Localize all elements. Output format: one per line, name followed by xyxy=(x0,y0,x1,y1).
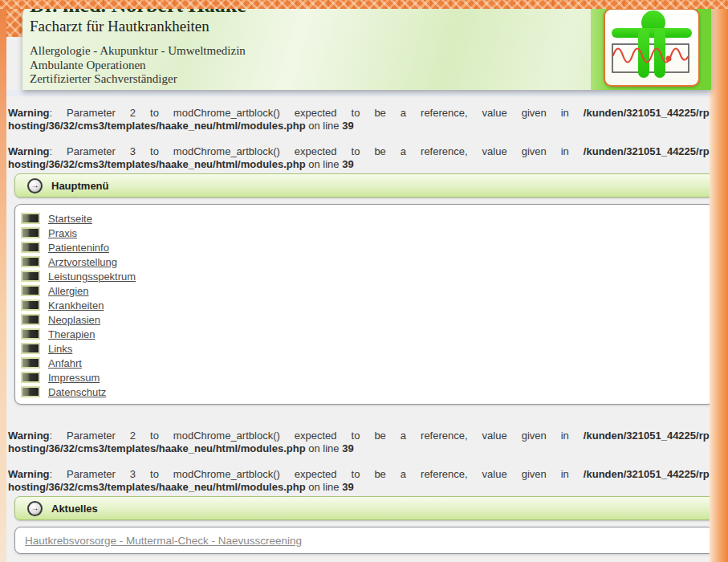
logo-panel xyxy=(591,5,711,90)
menu-item: Datenschutz xyxy=(21,385,714,399)
menu-bullet-icon xyxy=(21,328,40,340)
menu-bullet-icon xyxy=(21,256,40,267)
menu-link-impressum[interactable]: Impressum xyxy=(48,372,100,384)
menu-item: Leistungsspektrum xyxy=(21,269,714,283)
header-shadow-strip xyxy=(6,90,710,96)
menu-link-krankheiten[interactable]: Krankheiten xyxy=(48,299,104,312)
arrow-circle-icon: → xyxy=(27,178,43,193)
php-warning: Warning: Parameter 3 to modChrome_artblo… xyxy=(8,145,713,171)
menu-link-praxis[interactable]: Praxis xyxy=(48,227,77,239)
php-warning: Warning: Parameter 2 to modChrome_artblo… xyxy=(8,107,713,132)
site-header: Dr. med. Norbert Haake Facharzt für Haut… xyxy=(22,5,711,90)
menu-bullet-icon xyxy=(21,343,40,354)
news-link[interactable]: Hautkrebsvorsorge - Muttermal-Check - Na… xyxy=(25,535,302,547)
menu-link-datenschutz[interactable]: Datenschutz xyxy=(48,386,106,398)
page: Dr. med. Norbert Haake Facharzt für Haut… xyxy=(0,0,728,562)
menu-item: Praxis xyxy=(21,226,714,240)
menu-item: Krankheiten xyxy=(21,298,714,312)
menu-link-patienteninfo[interactable]: Patienteninfo xyxy=(48,242,109,254)
menu-link-startseite[interactable]: Startseite xyxy=(48,213,92,225)
menu-item: Links xyxy=(21,341,714,356)
main-menu-list: StartseitePraxisPatienteninfoArztvorstel… xyxy=(15,205,714,399)
arrow-circle-icon: → xyxy=(27,501,43,516)
menu-link-links[interactable]: Links xyxy=(48,343,72,355)
menu-link-leistungsspektrum[interactable]: Leistungsspektrum xyxy=(48,271,136,283)
menu-item: Patienteninfo xyxy=(21,240,714,255)
menu-item: Neoplasien xyxy=(21,312,714,327)
menu-item: Startseite xyxy=(21,211,714,226)
menu-item: Allergien xyxy=(21,283,714,298)
news-title: Aktuelles xyxy=(51,503,98,515)
main-menu-header: → Hauptmenü xyxy=(14,173,714,198)
php-warning: Warning: Parameter 2 to modChrome_artblo… xyxy=(8,430,713,455)
news-box: Hautkrebsvorsorge - Muttermal-Check - Na… xyxy=(14,527,714,554)
top-border-decoration xyxy=(0,0,728,9)
php-warning: Warning: Parameter 3 to modChrome_artblo… xyxy=(8,468,713,494)
doctor-figure-icon xyxy=(605,10,698,85)
main-menu-title: Hauptmenü xyxy=(51,180,109,192)
left-border-decoration xyxy=(0,0,6,562)
menu-item: Anfahrt xyxy=(21,356,714,370)
menu-link-arztvorstellung[interactable]: Arztvorstellung xyxy=(48,256,117,268)
menu-bullet-icon xyxy=(21,242,40,253)
main-menu-box: StartseitePraxisPatienteninfoArztvorstel… xyxy=(14,204,714,405)
menu-bullet-icon xyxy=(21,285,40,296)
menu-bullet-icon xyxy=(21,271,40,282)
menu-bullet-icon xyxy=(21,314,40,325)
menu-item: Impressum xyxy=(21,370,714,385)
menu-item: Arztvorstellung xyxy=(21,255,714,269)
menu-link-allergien[interactable]: Allergien xyxy=(48,285,89,297)
practice-logo xyxy=(604,8,700,87)
menu-bullet-icon xyxy=(21,357,40,369)
menu-item: Therapien xyxy=(21,327,714,341)
menu-bullet-icon xyxy=(21,372,40,383)
menu-bullet-icon xyxy=(21,227,40,238)
menu-bullet-icon xyxy=(21,213,40,224)
menu-bullet-icon xyxy=(21,299,40,311)
menu-link-neoplasien[interactable]: Neoplasien xyxy=(48,314,100,326)
right-border-decoration xyxy=(710,0,728,562)
menu-bullet-icon xyxy=(21,386,40,397)
menu-link-anfahrt[interactable]: Anfahrt xyxy=(48,357,82,369)
news-header: → Aktuelles xyxy=(14,496,714,520)
menu-link-therapien[interactable]: Therapien xyxy=(48,328,96,340)
